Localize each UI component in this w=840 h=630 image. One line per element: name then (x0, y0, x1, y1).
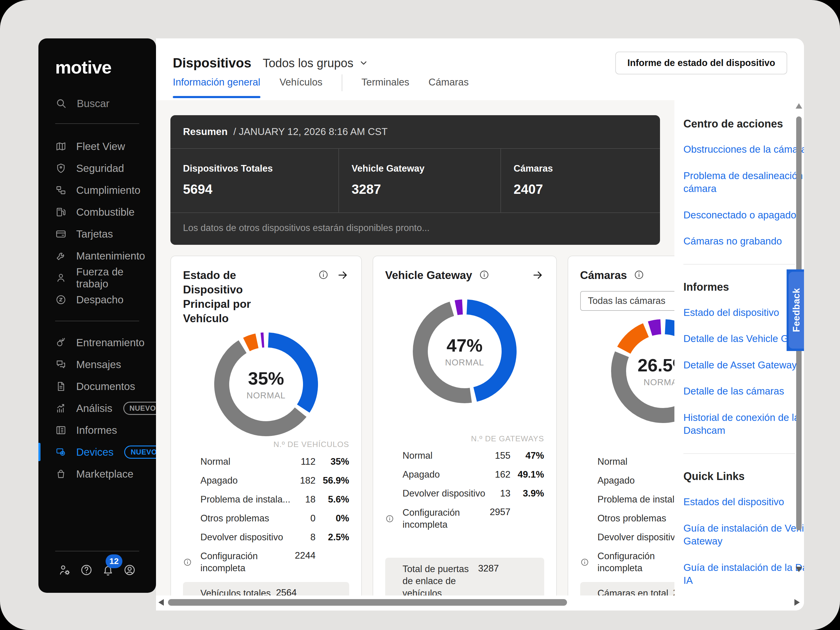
panel-link-camaras-no-grabando[interactable]: Cámaras no grabando (684, 235, 804, 248)
action-center-heading: Centro de acciones (684, 118, 804, 130)
sidebar-item-label: Fuerza de trabajo (76, 266, 144, 290)
new-badge: NUEVO (124, 445, 156, 459)
legend-label: Devolver dispositivo (598, 532, 675, 543)
tab-vehiculos[interactable]: Vehículos (279, 76, 322, 98)
legend-label: Problema de instala... (201, 494, 291, 505)
dispatch-icon (55, 294, 66, 305)
scroll-right-arrow[interactable] (794, 599, 800, 606)
sidebar-item-label: Documentos (76, 381, 135, 392)
sidebar-item-devices[interactable]: Devices NUEVO (38, 441, 156, 463)
summary-stat-dispositivos-totales: Dispositivos Totales 5694 (171, 149, 338, 212)
sidebar-item-label: Informes (76, 424, 117, 436)
map-icon (55, 141, 66, 152)
help-icon[interactable] (80, 564, 93, 578)
panel-link-detalle-de-las-vehicle-gateways[interactable]: Detalle de las Vehicle Gateways (684, 332, 804, 345)
sidebar-item-marketplace[interactable]: Marketplace (38, 463, 156, 485)
info-icon[interactable] (479, 269, 489, 281)
horizontal-scrollbar[interactable] (158, 598, 800, 606)
sidebar-item-despacho[interactable]: Despacho (38, 289, 156, 311)
tab-terminales[interactable]: Terminales (362, 76, 409, 98)
legend-row-devolver-dispositivo: Devolver dispositivo 13 3.9% (385, 484, 544, 503)
panel-link-obstrucciones-de-la-camara[interactable]: Obstrucciones de la cámara (684, 143, 804, 156)
camera-filter-select[interactable]: Todas las cámaras (580, 291, 675, 311)
legend-percent: 0% (316, 513, 349, 524)
training-icon (55, 337, 66, 348)
card-icon (55, 228, 66, 240)
summary-date: / JANUARY 12, 2026 8:16 AM CST (234, 126, 388, 137)
panel-link-estado-del-dispositivo[interactable]: Estado del dispositivo (684, 306, 804, 319)
legend-percent: 49.1% (511, 469, 544, 480)
info-icon (385, 514, 394, 524)
notifications-icon[interactable]: 12 (101, 564, 115, 578)
sidebar-item-tarjetas[interactable]: Tarjetas (38, 223, 156, 245)
sidebar-item-cumplimiento[interactable]: Cumplimiento (38, 179, 156, 201)
sidebar-divider (55, 123, 139, 124)
action-center-links: Obstrucciones de la cámaraProblema de de… (684, 143, 804, 248)
sidebar-item-seguridad[interactable]: Seguridad (38, 157, 156, 179)
legend: Normal 155 47% Apagado 162 49.1% Devolve… (385, 447, 544, 503)
panel-link-estados-del-dispositivo[interactable]: Estados del dispositivo (684, 495, 804, 508)
incomplete-config-row: Configuración incompleta 2957 (385, 507, 544, 531)
sidebar-item-combustible[interactable]: Combustible (38, 201, 156, 223)
sidebar-item-documentos[interactable]: Documentos (38, 375, 156, 397)
axis-caption: N.º DE GATEWAYS (385, 434, 544, 444)
scroll-down-arrow[interactable] (796, 567, 802, 572)
quick-links-heading: Quick Links (684, 470, 804, 483)
sidebar-item-fuerza-de-trabajo[interactable]: Fuerza de trabajo (38, 267, 156, 289)
legend-swatch (580, 495, 589, 504)
marketplace-icon (55, 468, 66, 480)
tab-camaras[interactable]: Cámaras (428, 76, 469, 98)
total-row: Cámaras en total 2407 (580, 582, 675, 595)
sidebar-item-entrenamiento[interactable]: Entrenamiento (38, 332, 156, 354)
new-badge: NUEVO (123, 402, 156, 415)
sidebar-item-label: Mensajes (76, 358, 121, 371)
legend: Normal 53 26.5% Apagado 111 55.5% Proble… (580, 452, 675, 546)
feedback-tab[interactable]: Feedback (786, 269, 804, 351)
sidebar-item-informes[interactable]: Informes (38, 419, 156, 441)
card-title: Vehicle Gateway (385, 268, 472, 283)
help-icon (80, 572, 93, 578)
scroll-left-arrow[interactable] (158, 599, 164, 606)
compliance-icon (55, 185, 66, 196)
horizontal-scrollbar-thumb[interactable] (168, 599, 567, 606)
total-row: Total de puertas de enlace de vehículos … (385, 558, 544, 595)
legend-count: 13 (485, 488, 511, 499)
sidebar-item-mensajes[interactable]: Mensajes (38, 354, 156, 375)
stat-value: 5694 (183, 182, 326, 197)
arrow-right-icon[interactable] (336, 269, 349, 283)
profile-icon[interactable] (123, 564, 136, 578)
legend-row-problema-de-instala: Problema de instala... 18 5.6% (183, 490, 349, 509)
legend-label: Normal (403, 450, 485, 461)
panel-link-detalle-de-las-camaras[interactable]: Detalle de las cámaras (684, 385, 804, 398)
tab-informacion-general[interactable]: Información general (173, 76, 261, 98)
bell-icon (101, 572, 115, 578)
panel-link-problema-de-desalineacion-de-la-camara[interactable]: Problema de desalineación de la cámara (684, 169, 804, 195)
legend-swatch (183, 514, 192, 523)
sidebar-item-label: Tarjetas (76, 228, 113, 240)
group-selector[interactable]: Todos los grupos (263, 57, 368, 70)
panel-link-guia-de-instalacion-de-vehicle-gateway[interactable]: Guía de instalación de Vehicle Gateway (684, 522, 804, 548)
legend-row-apagado: Apagado 182 56.9% (183, 471, 349, 490)
legend-label: Devolver dispositivo (403, 488, 485, 499)
arrow-right-icon[interactable] (532, 269, 544, 283)
sidebar-item-mantenimiento[interactable]: Mantenimiento (38, 245, 156, 267)
donut-center-label: NORMAL (445, 358, 484, 368)
info-icon[interactable] (318, 269, 329, 281)
search-icon (55, 98, 67, 109)
sidebar-item-fleet-view[interactable]: Fleet View (38, 135, 156, 157)
person-icon (55, 272, 66, 284)
scroll-up-arrow[interactable] (796, 103, 802, 109)
page-title: Dispositivos (173, 55, 251, 71)
panel-link-detalle-de-asset-gateways[interactable]: Detalle de Asset Gateways (684, 358, 804, 372)
devices-icon (55, 447, 66, 458)
info-icon[interactable] (633, 269, 644, 281)
device-status-report-button[interactable]: Informe de estado del dispositivo (615, 52, 787, 74)
admin-settings-icon[interactable] (58, 564, 71, 578)
search-button[interactable]: Buscar (38, 95, 156, 112)
legend-row-devolver-dispositivo: Devolver dispositivo 8 2.5% (183, 528, 349, 546)
sidebar-item-analisis[interactable]: Análisis NUEVO (38, 397, 156, 419)
panel-link-desconectado-o-apagado[interactable]: Desconectado o apagado (684, 208, 804, 222)
panel-link-guia-de-instalacion-de-la-dashcam-ia[interactable]: Guía de instalación de la Dashcam IA (684, 561, 804, 587)
panel-link-historial-de-conexion-de-la-dashcam[interactable]: Historial de conexión de la Dashcam (684, 411, 804, 437)
donut-center-value: 26.5% (638, 355, 674, 376)
